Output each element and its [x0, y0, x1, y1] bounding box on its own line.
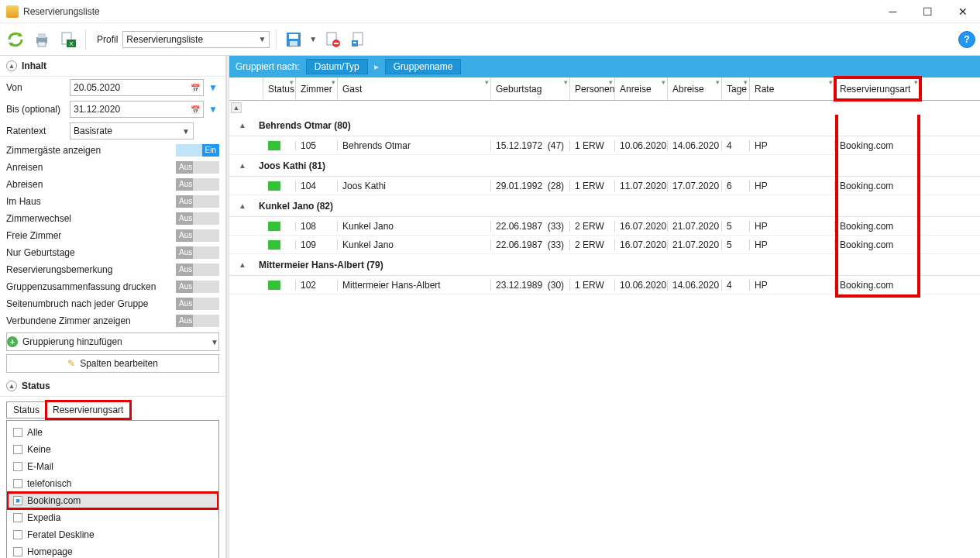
table-row[interactable]: 109 Kunkel Jano 22.06.1987 (33) 2 ERW 16…: [229, 236, 980, 254]
tab-reservierungsart[interactable]: Reservierungsart: [46, 401, 130, 418]
cell-gast: Behrends Otmar: [338, 140, 491, 151]
ratentext-select[interactable]: Basisrate ▼: [70, 122, 194, 140]
column-gast[interactable]: Gast▾: [338, 78, 491, 100]
status-indicator: [268, 222, 280, 231]
cell-gast: Kunkel Jano: [338, 239, 491, 250]
filter-item[interactable]: Feratel Deskline: [7, 526, 218, 543]
collapse-icon[interactable]: ▲: [229, 121, 256, 129]
column-reservierungsart[interactable]: Reservierungsart▾: [835, 78, 920, 100]
checkbox-icon[interactable]: [13, 547, 22, 556]
filter-item[interactable]: Alle: [7, 424, 218, 441]
close-button[interactable]: ✕: [945, 1, 980, 22]
ratentext-label: Ratentext: [6, 126, 70, 136]
toggle-switch[interactable]: [176, 212, 219, 225]
column-status[interactable]: Status▾: [263, 78, 296, 100]
cell-anreise: 10.06.2020: [615, 140, 668, 151]
column-zimmer[interactable]: Zimmer▾: [296, 78, 338, 100]
von-label: Von: [6, 82, 70, 93]
group-row[interactable]: ▲ Joos Kathi (81): [229, 155, 980, 177]
toggle-switch[interactable]: [176, 264, 219, 276]
column-rate[interactable]: Rate▾: [750, 78, 835, 100]
checkbox-icon[interactable]: [13, 462, 22, 471]
print-icon[interactable]: [31, 29, 53, 50]
tab-status[interactable]: Status: [6, 401, 46, 418]
profil-select[interactable]: Reservierungsliste ▼: [122, 31, 270, 48]
add-grouping-button[interactable]: + Gruppierung hinzufügen ▼: [6, 332, 219, 351]
table-row[interactable]: 108 Kunkel Jano 22.06.1987 (33) 2 ERW 16…: [229, 217, 980, 236]
toggle-row: Reservierungsbemerkung: [0, 261, 225, 278]
bis-date-input[interactable]: 31.12.2020 📅: [70, 101, 204, 118]
help-icon[interactable]: ?: [958, 31, 975, 48]
title-bar: Reservierungsliste ─ ☐ ✕: [0, 0, 980, 23]
save-dropdown-icon[interactable]: ▼: [309, 35, 317, 43]
calendar-icon[interactable]: 📅: [191, 105, 200, 114]
group-row[interactable]: ▲ Mittermeier Hans-Albert (79): [229, 254, 980, 276]
filter-icon[interactable]: ▼: [207, 80, 219, 95]
table-row[interactable]: 102 Mittermeier Hans-Albert 23.12.1989 (…: [229, 276, 980, 294]
grid-body[interactable]: ▲ Behrends Otmar (80) 105 Behrends Otmar…: [229, 115, 980, 558]
collapse-icon[interactable]: ▲: [6, 381, 17, 391]
toggle-switch[interactable]: [176, 229, 219, 242]
toggle-switch[interactable]: [176, 246, 219, 259]
table-row[interactable]: 105 Behrends Otmar 15.12.1972 (47) 1 ERW…: [229, 136, 980, 155]
filter-item[interactable]: Homepage: [7, 543, 218, 558]
edit-columns-button[interactable]: ✎ Spalten bearbeiten: [6, 354, 219, 373]
checkbox-icon[interactable]: [13, 445, 22, 454]
checkbox-icon[interactable]: ■: [13, 496, 22, 505]
toggle-switch[interactable]: [176, 315, 219, 327]
filter-item-label: Keine: [27, 444, 51, 455]
column-tage[interactable]: Tage▾: [722, 78, 750, 100]
collapse-icon[interactable]: ▲: [229, 202, 256, 210]
minimize-button[interactable]: ─: [875, 1, 910, 22]
collapse-icon[interactable]: ▲: [229, 161, 256, 170]
checkbox-icon[interactable]: [13, 428, 22, 437]
filter-item[interactable]: ■ Booking.com: [7, 492, 218, 509]
toggle-switch[interactable]: [176, 161, 219, 174]
status-section-header[interactable]: ▲ Status: [0, 376, 225, 397]
toggle-label: Seitenumbruch nach jeder Gruppe: [6, 298, 148, 309]
save-profile-icon[interactable]: [283, 29, 304, 50]
filter-item[interactable]: Expedia: [7, 509, 218, 526]
toggle-switch[interactable]: [176, 298, 219, 310]
inhalt-section-header[interactable]: ▲ Inhalt: [0, 56, 225, 77]
calendar-icon[interactable]: 📅: [191, 84, 200, 92]
maximize-button[interactable]: ☐: [910, 1, 945, 22]
column-anreise[interactable]: Anreise▾: [615, 78, 668, 100]
filter-item[interactable]: Keine: [7, 441, 218, 458]
app-icon: [6, 5, 19, 18]
column-geburtstag[interactable]: Geburtstag▾: [491, 78, 570, 100]
group-chip-gruppenname[interactable]: Gruppenname: [385, 59, 462, 74]
status-indicator: [268, 141, 280, 150]
checkbox-icon[interactable]: [13, 513, 22, 522]
cell-zimmer: 104: [296, 181, 338, 191]
cell-personen: 1 ERW: [570, 140, 615, 151]
export-excel-icon[interactable]: X: [57, 29, 79, 50]
filter-item-label: Homepage: [27, 546, 73, 557]
filter-icon[interactable]: ▼: [207, 102, 219, 117]
collapse-icon[interactable]: ▲: [229, 260, 256, 269]
filter-item[interactable]: E-Mail: [7, 458, 218, 475]
checkbox-icon[interactable]: [13, 530, 22, 539]
cell-reservierungsart: Booking.com: [835, 221, 920, 232]
filter-item[interactable]: telefonisch: [7, 475, 218, 492]
cell-tage: 5: [722, 239, 750, 250]
column-expand[interactable]: [229, 78, 263, 100]
von-date-input[interactable]: 20.05.2020 📅: [70, 79, 204, 96]
group-row[interactable]: ▲ Behrends Otmar (80): [229, 115, 980, 136]
toggle-switch[interactable]: [176, 144, 219, 157]
delete-profile-icon[interactable]: [322, 29, 343, 50]
table-row[interactable]: 104 Joos Kathi 29.01.1992 (28) 1 ERW 11.…: [229, 177, 980, 195]
refresh-icon[interactable]: [5, 29, 26, 50]
group-row[interactable]: ▲ Kunkel Jano (82): [229, 195, 980, 217]
toggle-switch[interactable]: [176, 281, 219, 293]
column-personen[interactable]: Personen▾: [570, 78, 615, 100]
column-abreise[interactable]: Abreise▾: [668, 78, 722, 100]
group-chip-datum-typ[interactable]: Datum/Typ: [306, 59, 368, 74]
toggle-switch[interactable]: [176, 178, 219, 191]
checkbox-icon[interactable]: [13, 479, 22, 488]
toggle-switch[interactable]: [176, 195, 219, 208]
cell-anreise: 11.07.2020: [615, 181, 668, 191]
collapse-icon[interactable]: ▲: [6, 60, 17, 71]
collapse-all-icon[interactable]: ▲: [231, 102, 242, 113]
new-profile-icon[interactable]: [348, 29, 370, 50]
